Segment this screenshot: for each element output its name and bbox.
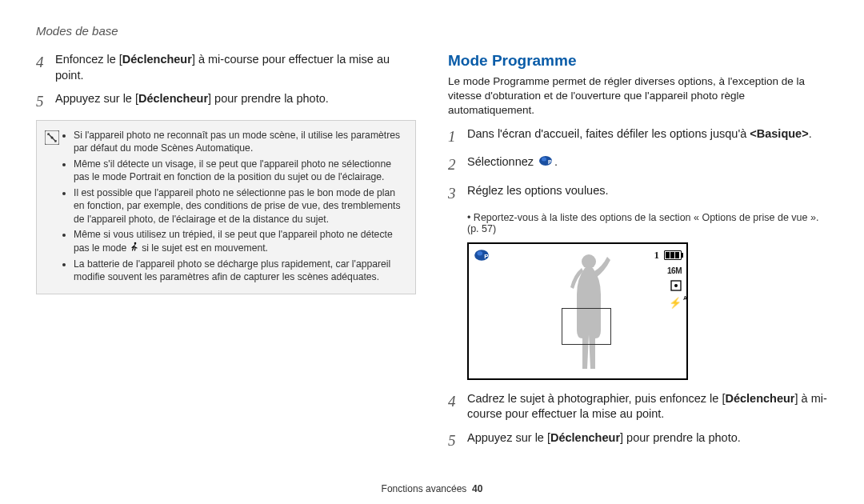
svg-point-11 [674, 284, 678, 287]
step-text: Enfoncez le [Déclencheur] à mi-course po… [55, 52, 416, 83]
step-text: Réglez les options voulues. [467, 183, 828, 204]
image-size-indicator: 16M [667, 266, 682, 275]
page-number: 40 [472, 483, 482, 494]
page-footer: Fonctions avancées 40 [36, 483, 828, 496]
focus-rectangle [562, 308, 611, 345]
section-heading: Mode Programme [448, 52, 828, 70]
left-column: 4 Enfoncez le [Déclencheur] à mi-course … [36, 52, 416, 483]
svg-point-8 [477, 251, 482, 256]
step-4: 4 Cadrez le sujet à photographier, puis … [448, 391, 828, 422]
note-item: Même si vous utilisez un trépied, il se … [74, 228, 407, 254]
step-3-note: Reportez-vous à la liste des options de … [467, 212, 828, 234]
note-item: Il est possible que l'appareil photo ne … [74, 186, 407, 226]
note-list: Si l'appareil photo ne reconnaît pas un … [62, 129, 407, 286]
note-box: Si l'appareil photo ne reconnaît pas un … [36, 120, 416, 295]
step-number: 1 [448, 126, 467, 147]
svg-point-5 [542, 157, 546, 161]
step-1: 1 Dans l'écran d'accueil, faites défiler… [448, 126, 828, 147]
svg-text:P: P [548, 159, 552, 165]
header: Modes de base [36, 24, 828, 38]
running-man-icon [130, 242, 139, 254]
step-text: Dans l'écran d'accueil, faites défiler l… [467, 126, 828, 147]
step-text: Appuyez sur le [Déclencheur] pour prendr… [467, 430, 828, 451]
step-text: Cadrez le sujet à photographier, puis en… [467, 391, 828, 422]
step-3: 3 Réglez les options voulues. [448, 183, 828, 204]
svg-point-2 [51, 136, 54, 138]
step-text: Sélectionnez P . [467, 154, 828, 175]
step-text: Appuyez sur le [Déclencheur] pour prendr… [55, 91, 416, 112]
intro-paragraph: Le mode Programme permet de régler diver… [448, 74, 828, 118]
note-item: Même s'il détecte un visage, il se peut … [74, 158, 407, 184]
shot-counter: 1 [654, 249, 660, 262]
step-2: 2 Sélectionnez P . [448, 154, 828, 175]
status-bar-right: 1 [654, 249, 682, 262]
note-item: La batterie de l'appareil photo se décha… [74, 258, 407, 284]
footer-section: Fonctions avancées [382, 483, 467, 494]
right-side-indicators: 16M ⚡ [667, 266, 682, 308]
step-4: 4 Enfoncez le [Déclencheur] à mi-course … [36, 52, 416, 83]
metering-icon [670, 280, 682, 293]
content-columns: 4 Enfoncez le [Déclencheur] à mi-course … [36, 52, 828, 483]
note-item: Si l'appareil photo ne reconnaît pas un … [74, 129, 407, 155]
program-mode-icon: P [538, 155, 553, 171]
breadcrumb: Modes de base [36, 24, 118, 38]
right-column: Mode Programme Le mode Programme permet … [448, 52, 828, 483]
battery-icon [664, 250, 682, 260]
step-number: 4 [448, 391, 467, 422]
step-number: 5 [36, 91, 55, 112]
note-icon [45, 129, 62, 286]
step-number: 4 [36, 52, 55, 83]
camera-screen-preview: P 1 16M ⚡ [467, 242, 688, 380]
step-5: 5 Appuyez sur le [Déclencheur] pour pren… [36, 91, 416, 112]
svg-point-12 [582, 254, 596, 269]
step-number: 3 [448, 183, 467, 204]
flash-auto-icon: ⚡ [669, 298, 682, 308]
step-5: 5 Appuyez sur le [Déclencheur] pour pren… [448, 430, 828, 451]
program-mode-icon: P [474, 249, 490, 264]
svg-text:P: P [484, 253, 488, 260]
step-number: 2 [448, 154, 467, 175]
step-number: 5 [448, 430, 467, 451]
